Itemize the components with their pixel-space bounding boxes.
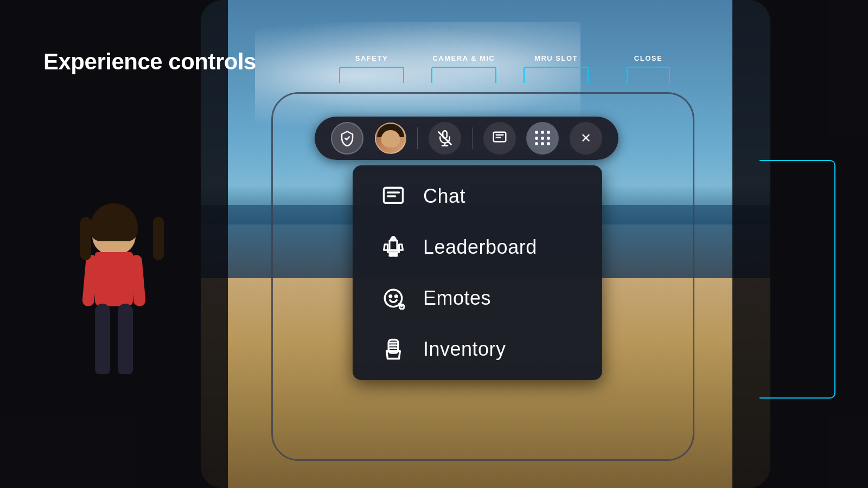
inventory-label: Inventory <box>423 338 506 361</box>
divider-2 <box>472 127 473 149</box>
top-labels-container: SAFETY CAMERA & MIC MRU SLOT CLOSE <box>326 54 694 83</box>
bracket-mru-slot <box>524 67 589 83</box>
nine-dot-grid <box>535 131 550 146</box>
label-safety: SAFETY <box>326 54 418 83</box>
svg-point-15 <box>390 296 392 298</box>
avatar-character <box>60 206 168 412</box>
bracket-safety <box>339 67 404 83</box>
menu-item-inventory[interactable]: Inventory <box>353 324 602 375</box>
avatar-button[interactable] <box>374 122 407 155</box>
menu-item-chat[interactable]: Chat <box>353 171 602 222</box>
emotes-label: Emotes <box>423 287 491 310</box>
chat-button[interactable] <box>483 122 516 155</box>
label-close: CLOSE <box>602 54 694 83</box>
dropdown-menu: Chat Leaderboard <box>353 165 602 380</box>
emotes-icon <box>380 285 407 312</box>
label-camera-mic: CAMERA & MIC <box>418 54 510 83</box>
menu-item-emotes[interactable]: Emotes <box>353 273 602 324</box>
right-callout: 9-DOT MENU <box>760 160 835 399</box>
page-title: Experience controls <box>43 49 256 75</box>
nine-dot-button[interactable] <box>526 122 559 155</box>
bracket-camera-mic <box>431 67 496 83</box>
bracket-close <box>627 67 670 83</box>
safety-button[interactable] <box>331 122 363 155</box>
leaderboard-label: Leaderboard <box>423 236 537 259</box>
chat-label: Chat <box>423 185 465 208</box>
svg-point-16 <box>395 296 398 298</box>
avatar-thumbnail <box>375 123 406 154</box>
chat-icon <box>380 183 407 210</box>
inventory-icon <box>380 336 407 363</box>
close-icon: ✕ <box>580 131 591 146</box>
divider-1 <box>417 127 418 149</box>
control-bar: ✕ <box>315 117 618 160</box>
menu-item-leaderboard[interactable]: Leaderboard <box>353 222 602 273</box>
leaderboard-icon <box>380 234 407 261</box>
close-button[interactable]: ✕ <box>570 122 602 155</box>
mic-muted-button[interactable] <box>429 122 461 155</box>
label-mru-slot: MRU SLOT <box>510 54 602 83</box>
